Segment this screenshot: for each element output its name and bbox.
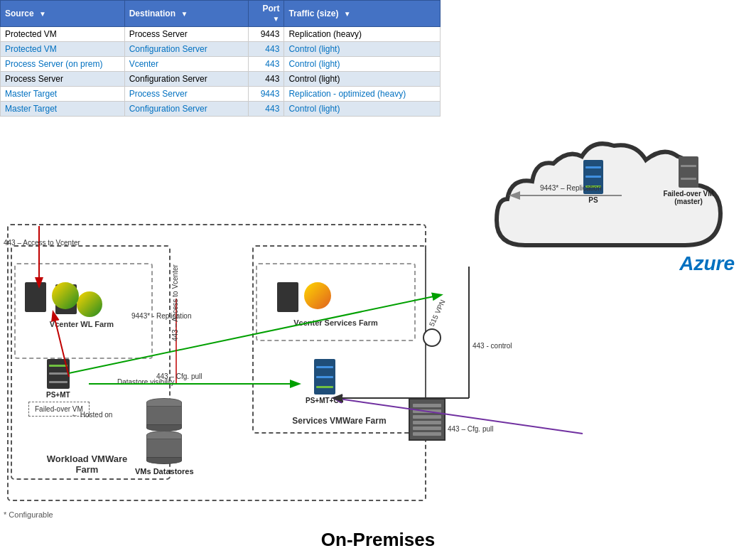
cell-destination-2: Vcenter: [124, 57, 249, 72]
network-table: Source ▼ Destination ▼ Port ▼ Traffic (s…: [0, 0, 441, 117]
cell-port-1: 443: [249, 42, 284, 57]
traffic-header-text: Traffic (size): [288, 9, 338, 18]
cell-traffic-2: Control (light): [284, 57, 441, 72]
cell-port-0: 9443: [249, 27, 284, 42]
cell-source-5: Master Target: [1, 102, 125, 117]
svg-text:443 – Cfg. pull: 443 – Cfg. pull: [448, 425, 494, 433]
sort-icon-traffic[interactable]: ▼: [344, 10, 351, 18]
vcenter-wl-group: [25, 281, 79, 312]
ps-mt-label: PS+MT: [46, 391, 70, 399]
datastore-visibility-label: Datastore visibility: [117, 378, 175, 386]
vcenter-svc-group: [277, 281, 331, 312]
cell-source-0: Protected VM: [1, 27, 125, 42]
svg-text:515 VPN: 515 VPN: [428, 299, 447, 328]
col-header-destination[interactable]: Destination ▼: [124, 1, 249, 27]
cell-traffic-0: Replication (heavy): [284, 27, 441, 42]
cell-traffic-5: Control (light): [284, 102, 441, 117]
cell-traffic-1: Control (light): [284, 42, 441, 57]
cell-destination-1: Configuration Server: [124, 42, 249, 57]
cell-destination-0: Process Server: [124, 27, 249, 42]
azure-ps-label: PS: [588, 196, 598, 204]
configurable-note: * Configurable: [4, 510, 53, 519]
cell-source-1: Protected VM: [1, 42, 125, 57]
azure-failed-vm-server: Failed-over VM(master): [660, 156, 717, 205]
vcenter-svc-farm-label: Vcenter Services Farm: [256, 318, 416, 327]
cell-source-3: Process Server: [1, 72, 125, 87]
ps-mt-cs-server: PS+MT+CS: [306, 359, 343, 404]
services-farm-label: Services VMWare Farm: [252, 416, 426, 426]
diagram-area: PS Failed-over VM(master) Azure Workload…: [0, 121, 756, 558]
datastores-label: VMs Datastores: [135, 467, 194, 476]
cell-destination-4: Process Server: [124, 87, 249, 102]
cell-destination-3: Configuration Server: [124, 72, 249, 87]
cell-destination-5: Configuration Server: [124, 102, 249, 117]
onprem-label: On-Premises: [321, 529, 435, 551]
col-header-port[interactable]: Port ▼: [249, 1, 284, 27]
source-header-text: Source: [5, 9, 34, 18]
dest-header-text: Destination: [129, 9, 176, 18]
sort-icon-dest[interactable]: ▼: [180, 10, 188, 18]
hosted-on-label: ← Hosted on: [71, 411, 112, 419]
port-header-text: Port: [262, 4, 279, 14]
svg-text:443 - control: 443 - control: [472, 342, 512, 350]
sort-icon-port[interactable]: ▼: [272, 15, 279, 23]
azure-failed-vm-label: Failed-over VM(master): [660, 190, 717, 205]
cell-port-2: 443: [249, 57, 284, 72]
ps-mt-server: PS+MT: [46, 359, 70, 399]
col-header-traffic[interactable]: Traffic (size) ▼: [284, 1, 441, 27]
sort-icon-source[interactable]: ▼: [39, 10, 46, 18]
azure-ps-server: PS: [583, 160, 603, 204]
azure-label: Azure: [679, 252, 735, 275]
cell-traffic-4: Replication - optimized (heavy): [284, 87, 441, 102]
vcenter-wl-farm-label: Vcenter WL Farm: [14, 320, 149, 328]
cell-port-3: 443: [249, 72, 284, 87]
cell-source-2: Process Server (on prem): [1, 57, 125, 72]
rack-icon-group: [409, 398, 446, 441]
cell-source-4: Master Target: [1, 87, 125, 102]
cell-port-4: 9443: [249, 87, 284, 102]
col-header-source[interactable]: Source ▼: [1, 1, 125, 27]
datastores-group: VMs Datastores: [135, 398, 194, 476]
ps-mt-cs-label: PS+MT+CS: [306, 397, 343, 404]
cell-port-5: 443: [249, 102, 284, 117]
cell-traffic-3: Control (light): [284, 72, 441, 87]
